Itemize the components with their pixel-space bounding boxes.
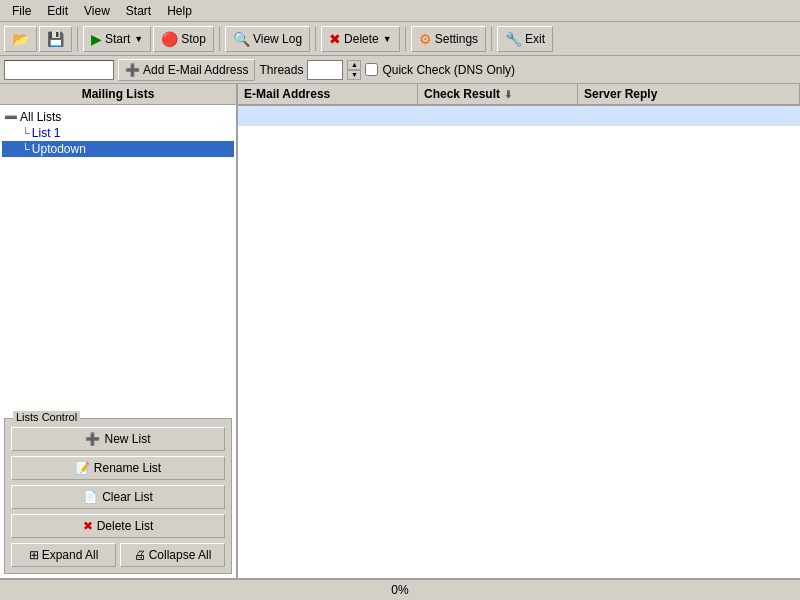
right-panel: E-Mail Address Check Result ⬇ Server Rep… [238, 84, 800, 578]
menu-start[interactable]: Start [118, 2, 159, 20]
tree-label-uptodown: Uptodown [32, 142, 86, 156]
exit-button[interactable]: 🔧 Exit [497, 26, 553, 52]
tree-label-list1: List 1 [32, 126, 61, 140]
rename-list-label: Rename List [94, 461, 161, 475]
tree-item-list1[interactable]: └ List 1 [2, 125, 234, 141]
col-email-label: E-Mail Address [244, 87, 330, 101]
clear-list-button[interactable]: 📄 Clear List [11, 485, 225, 509]
delete-list-label: Delete List [97, 519, 154, 533]
clear-list-label: Clear List [102, 490, 153, 504]
col-header-result[interactable]: Check Result ⬇ [418, 84, 578, 104]
col-header-email[interactable]: E-Mail Address [238, 84, 418, 104]
separator-5 [491, 27, 492, 51]
lists-control-title: Lists Control [13, 411, 80, 423]
col-server-label: Server Reply [584, 87, 657, 101]
rename-list-icon: 📝 [75, 461, 90, 475]
quick-check-label[interactable]: Quick Check (DNS Only) [365, 63, 515, 77]
expand-all-icon: ⊞ [29, 548, 39, 562]
threads-spinner: ▲ ▼ [347, 60, 361, 80]
start-dropdown-arrow: ▼ [134, 34, 143, 44]
collapse-all-label: Collapse All [149, 548, 212, 562]
table-header: E-Mail Address Check Result ⬇ Server Rep… [238, 84, 800, 106]
table-row[interactable] [238, 106, 800, 126]
menu-help[interactable]: Help [159, 2, 200, 20]
viewlog-icon: 🔍 [233, 31, 250, 47]
viewlog-button[interactable]: 🔍 View Log [225, 26, 310, 52]
threads-input[interactable]: 40 [307, 60, 343, 80]
expand-collapse-row: ⊞ Expand All 🖨 Collapse All [11, 543, 225, 567]
settings-icon: ⚙ [419, 31, 432, 47]
cell-server [578, 106, 800, 125]
search-input[interactable] [4, 60, 114, 80]
tree-label-all-lists: All Lists [20, 110, 61, 124]
mailing-lists-header: Mailing Lists [0, 84, 236, 105]
collapse-all-icon: 🖨 [134, 548, 146, 562]
status-bar: 0% [0, 578, 800, 600]
stop-label: Stop [181, 32, 206, 46]
threads-label: Threads [259, 63, 303, 77]
save-button[interactable]: 💾 [39, 26, 72, 52]
quick-check-checkbox[interactable] [365, 63, 378, 76]
main-content: Mailing Lists ➖ All Lists └ List 1 └ Upt… [0, 84, 800, 578]
separator-3 [315, 27, 316, 51]
tree-area: ➖ All Lists └ List 1 └ Uptodown [0, 105, 236, 414]
lists-control: Lists Control ➕ New List 📝 Rename List 📄… [4, 418, 232, 574]
stop-icon: 🔴 [161, 31, 178, 47]
collapse-all-button[interactable]: 🖨 Collapse All [120, 543, 225, 567]
separator-2 [219, 27, 220, 51]
viewlog-label: View Log [253, 32, 302, 46]
threads-down-button[interactable]: ▼ [347, 70, 361, 80]
new-list-label: New List [104, 432, 150, 446]
left-panel: Mailing Lists ➖ All Lists └ List 1 └ Upt… [0, 84, 238, 578]
tree-item-uptodown[interactable]: └ Uptodown [2, 141, 234, 157]
threads-up-button[interactable]: ▲ [347, 60, 361, 70]
expand-all-label: Expand All [42, 548, 99, 562]
start-label: Start [105, 32, 130, 46]
start-button[interactable]: ▶ Start ▼ [83, 26, 151, 52]
delete-list-button[interactable]: ✖ Delete List [11, 514, 225, 538]
toolbar2: ➕ Add E-Mail Address Threads 40 ▲ ▼ Quic… [0, 56, 800, 84]
exit-label: Exit [525, 32, 545, 46]
menu-view[interactable]: View [76, 2, 118, 20]
cell-result [418, 106, 578, 125]
tree-item-all-lists[interactable]: ➖ All Lists [2, 109, 234, 125]
sort-icon: ⬇ [504, 89, 512, 100]
clear-list-icon: 📄 [83, 490, 98, 504]
settings-label: Settings [435, 32, 478, 46]
rename-list-button[interactable]: 📝 Rename List [11, 456, 225, 480]
progress-text: 0% [391, 583, 408, 597]
tree-branch-list1: └ [22, 127, 30, 139]
toolbar: 📂 💾 ▶ Start ▼ 🔴 Stop 🔍 View Log ✖ Delete… [0, 22, 800, 56]
exit-icon: 🔧 [505, 31, 522, 47]
collapse-icon[interactable]: ➖ [4, 111, 18, 124]
stop-button[interactable]: 🔴 Stop [153, 26, 214, 52]
tree-branch-uptodown: └ [22, 143, 30, 155]
new-list-icon: ➕ [85, 432, 100, 446]
settings-button[interactable]: ⚙ Settings [411, 26, 486, 52]
delete-button[interactable]: ✖ Delete ▼ [321, 26, 400, 52]
open-icon: 📂 [12, 31, 29, 47]
col-header-server[interactable]: Server Reply [578, 84, 800, 104]
menu-edit[interactable]: Edit [39, 2, 76, 20]
open-button[interactable]: 📂 [4, 26, 37, 52]
add-email-button[interactable]: ➕ Add E-Mail Address [118, 59, 255, 81]
new-list-button[interactable]: ➕ New List [11, 427, 225, 451]
delete-dropdown-arrow: ▼ [383, 34, 392, 44]
delete-list-icon: ✖ [83, 519, 93, 533]
menu-file[interactable]: File [4, 2, 39, 20]
quick-check-text: Quick Check (DNS Only) [382, 63, 515, 77]
expand-all-button[interactable]: ⊞ Expand All [11, 543, 116, 567]
separator-1 [77, 27, 78, 51]
separator-4 [405, 27, 406, 51]
col-result-label: Check Result [424, 87, 500, 101]
delete-icon: ✖ [329, 31, 341, 47]
start-icon: ▶ [91, 31, 102, 47]
add-icon: ➕ [125, 63, 140, 77]
add-email-label: Add E-Mail Address [143, 63, 248, 77]
save-icon: 💾 [47, 31, 64, 47]
cell-email [238, 106, 418, 125]
menu-bar: File Edit View Start Help [0, 0, 800, 22]
delete-label: Delete [344, 32, 379, 46]
